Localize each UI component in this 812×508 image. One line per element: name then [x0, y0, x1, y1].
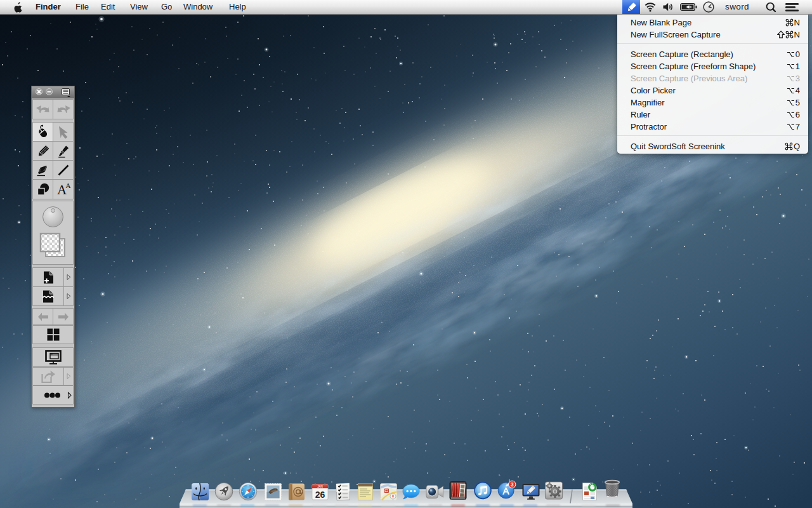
svg-text:3: 3 [511, 482, 514, 488]
svg-text:26: 26 [315, 490, 325, 500]
svg-text:A: A [65, 182, 70, 189]
svg-text:JAN: JAN [317, 485, 323, 488]
